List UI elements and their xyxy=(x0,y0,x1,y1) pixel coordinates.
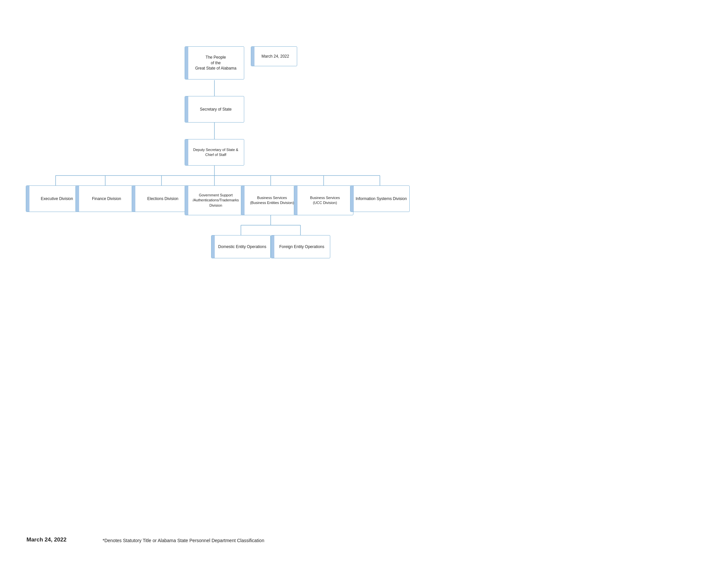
people-node: The People of the Great State of Alabama xyxy=(185,46,244,79)
finance-label: Finance Division xyxy=(78,196,133,202)
domestic-node: Domestic Entity Operations xyxy=(211,235,271,258)
gov-support-label: Government Support /Authentications/Trad… xyxy=(187,193,242,208)
date-node: March 24, 2022 xyxy=(251,46,297,66)
elections-label: Elections Division xyxy=(134,196,189,202)
foreign-label: Foreign Entity Operations xyxy=(273,244,328,250)
biz-entities-label: Business Services (Business Entities Div… xyxy=(243,195,298,206)
domestic-label: Domestic Entity Operations xyxy=(213,244,268,250)
footer-note: *Denotes Statutory Title or Alabama Stat… xyxy=(103,538,264,543)
finance-node: Finance Division xyxy=(75,185,135,212)
connectors xyxy=(0,0,728,563)
executive-label: Executive Division xyxy=(28,196,83,202)
biz-ucc-node: Business Services (UCC Division) xyxy=(294,185,353,215)
info-systems-label: Information Systems Division xyxy=(352,196,407,202)
org-chart: The People of the Great State of Alabama… xyxy=(0,0,728,563)
foreign-node: Foreign Entity Operations xyxy=(271,235,330,258)
biz-entities-node: Business Services (Business Entities Div… xyxy=(241,185,300,215)
deputy-label: Deputy Secretary of State & Chief of Sta… xyxy=(187,147,242,158)
people-label: The People of the Great State of Alabama xyxy=(187,55,242,71)
gov-support-node: Government Support /Authentications/Trad… xyxy=(185,185,244,215)
secretary-label: Secretary of State xyxy=(187,107,242,112)
date-label: March 24, 2022 xyxy=(253,54,295,59)
footer-date: March 24, 2022 xyxy=(26,537,67,543)
elections-node: Elections Division xyxy=(132,185,191,212)
info-systems-node: Information Systems Division xyxy=(350,185,410,212)
biz-ucc-label: Business Services (UCC Division) xyxy=(296,195,351,206)
secretary-node: Secretary of State xyxy=(185,96,244,122)
deputy-node: Deputy Secretary of State & Chief of Sta… xyxy=(185,139,244,165)
